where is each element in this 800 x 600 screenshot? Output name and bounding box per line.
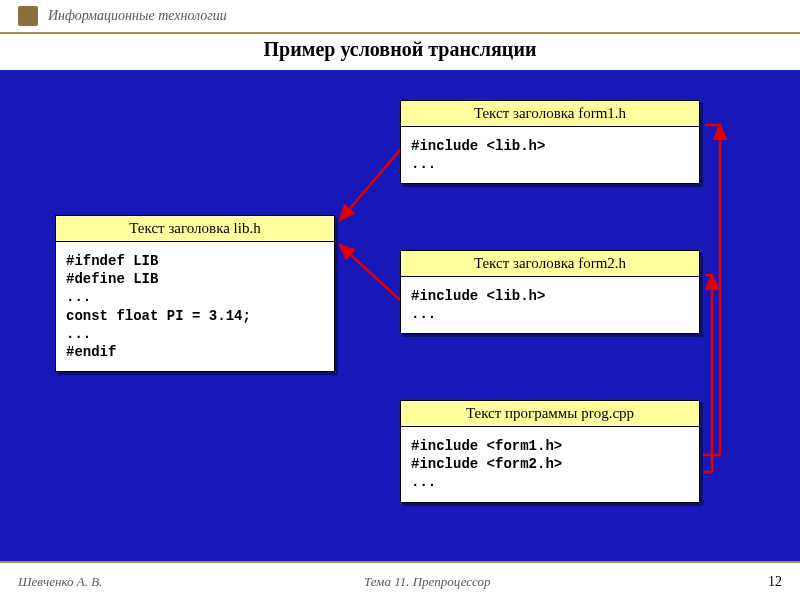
arrow-form2-to-lib: [340, 245, 400, 300]
footer-author: Шевченко А. В.: [18, 574, 102, 590]
codebox-form1-code: #include <lib.h> ...: [401, 127, 699, 183]
codebox-prog-title: Текст программы prog.cpp: [401, 401, 699, 427]
codebox-form1: Текст заголовка form1.h #include <lib.h>…: [400, 100, 700, 184]
codebox-prog: Текст программы prog.cpp #include <form1…: [400, 400, 700, 503]
codebox-form1-title: Текст заголовка form1.h: [401, 101, 699, 127]
header: Информационные технологии: [0, 0, 800, 34]
footer: Шевченко А. В. Тема 11. Препроцессор 12: [0, 561, 800, 600]
codebox-prog-code: #include <form1.h> #include <form2.h> ..…: [401, 427, 699, 502]
codebox-form2: Текст заголовка form2.h #include <lib.h>…: [400, 250, 700, 334]
codebox-form2-code: #include <lib.h> ...: [401, 277, 699, 333]
footer-topic: Тема 11. Препроцессор: [102, 574, 752, 590]
codebox-lib-code: #ifndef LIB #define LIB ... const float …: [56, 242, 334, 371]
codebox-form2-title: Текст заголовка form2.h: [401, 251, 699, 277]
slide-body: Текст заголовка lib.h #ifndef LIB #defin…: [0, 70, 800, 561]
slide-title: Пример условной трансляции: [264, 38, 537, 60]
slide-title-bar: Пример условной трансляции: [0, 34, 800, 67]
codebox-lib: Текст заголовка lib.h #ifndef LIB #defin…: [55, 215, 335, 372]
codebox-lib-title: Текст заголовка lib.h: [56, 216, 334, 242]
course-icon: [18, 6, 38, 26]
course-title: Информационные технологии: [48, 8, 227, 24]
arrow-form1-to-lib: [340, 150, 400, 220]
footer-page: 12: [752, 574, 782, 590]
